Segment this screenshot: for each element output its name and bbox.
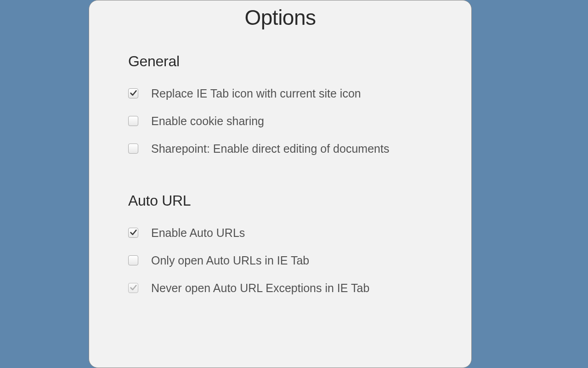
checkbox-enable-autourls[interactable] bbox=[128, 228, 138, 238]
section-gap bbox=[128, 169, 432, 192]
options-panel: Options General Replace IE Tab icon with… bbox=[89, 0, 472, 368]
option-label: Replace IE Tab icon with current site ic… bbox=[151, 86, 361, 100]
option-label: Enable cookie sharing bbox=[151, 114, 264, 128]
option-label: Never open Auto URL Exceptions in IE Tab bbox=[151, 281, 369, 295]
option-only-open-autourls: Only open Auto URLs in IE Tab bbox=[128, 253, 432, 267]
section-heading-general: General bbox=[128, 53, 432, 70]
check-icon bbox=[130, 89, 137, 97]
option-label: Only open Auto URLs in IE Tab bbox=[151, 253, 309, 267]
check-icon bbox=[130, 229, 137, 236]
option-label: Sharepoint: Enable direct editing of doc… bbox=[151, 142, 389, 155]
option-enable-autourls: Enable Auto URLs bbox=[128, 226, 432, 240]
check-icon bbox=[130, 284, 137, 292]
option-sharepoint-edit: Sharepoint: Enable direct editing of doc… bbox=[128, 142, 432, 155]
section-heading-autourl: Auto URL bbox=[128, 192, 432, 209]
checkbox-replace-icon[interactable] bbox=[128, 88, 138, 98]
checkbox-sharepoint-edit[interactable] bbox=[128, 144, 138, 154]
checkbox-cookie-sharing[interactable] bbox=[128, 116, 138, 126]
option-cookie-sharing: Enable cookie sharing bbox=[128, 114, 432, 128]
page-title: Options bbox=[128, 5, 432, 30]
checkbox-never-open-exceptions bbox=[128, 283, 138, 293]
option-never-open-exceptions: Never open Auto URL Exceptions in IE Tab bbox=[128, 281, 432, 295]
option-replace-icon: Replace IE Tab icon with current site ic… bbox=[128, 86, 432, 100]
option-label: Enable Auto URLs bbox=[151, 226, 245, 240]
checkbox-only-open-autourls[interactable] bbox=[128, 255, 138, 265]
